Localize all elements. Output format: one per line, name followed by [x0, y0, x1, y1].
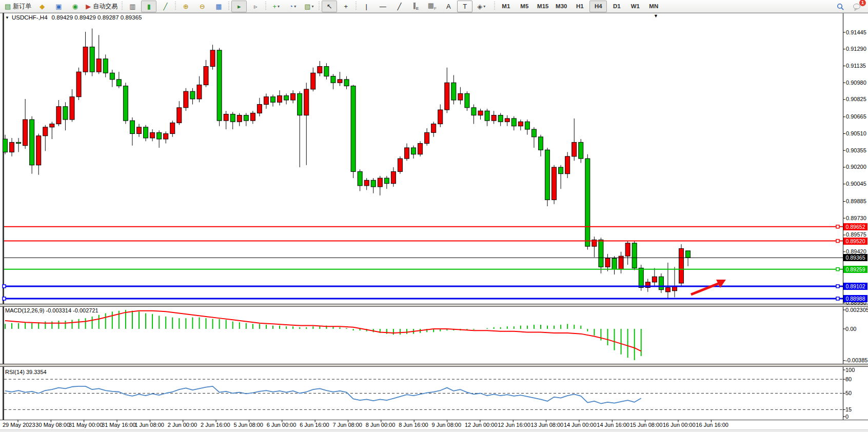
toolbar-separator — [122, 2, 123, 11]
time-axis-label: 29 May 2023 — [3, 422, 35, 428]
chart-shift-icon: ▹ — [254, 3, 258, 10]
timeframe-m1[interactable]: M1 — [497, 1, 515, 12]
price-tag-0.89520: 0.89520 — [843, 238, 867, 245]
search-icon[interactable] — [833, 1, 848, 13]
auto-scroll-button[interactable]: ▸ — [231, 1, 247, 12]
new-order-icon: ▤ — [5, 3, 11, 10]
signals-icon: ◉ — [72, 3, 78, 10]
time-axis-label: 14 Jun 00:00 — [564, 422, 597, 428]
symbol-period-label: USDCHF-,H4 — [12, 14, 48, 21]
price-axis-label: 0.90355 — [846, 147, 866, 153]
time-axis-label: 6 Jun 00:00 — [267, 422, 297, 428]
line-chart-icon: ╱ — [163, 3, 167, 10]
toolbar-groups: ▤新订单◆▣◉▶自动交易▥▮╱⊕⊖▦▸▹+▾◔▾▧▾↖+|—╱∥E▦FAT◈▾ — [2, 1, 489, 12]
object-marker-icon[interactable]: ▼ — [654, 13, 658, 18]
price-axis-label: 0.89885 — [846, 198, 866, 204]
timeframe-d1[interactable]: D1 — [608, 1, 625, 12]
signals-button[interactable]: ◉ — [67, 1, 83, 12]
vertical-line-button[interactable]: | — [359, 1, 374, 12]
timeframe-m15[interactable]: M15 — [534, 1, 551, 12]
timeframe-mn[interactable]: MN — [645, 1, 662, 12]
macd-axis-label: -0.003855 — [845, 357, 868, 363]
toolbar-separator — [228, 2, 229, 11]
chart-left-border — [3, 13, 4, 420]
templates-button[interactable]: ▧▾ — [301, 1, 317, 12]
timeframe-toolbar: M1M5M15M30H1H4D1W1MN — [492, 1, 663, 12]
rsi-label: RSI(14) 39.3354 — [5, 369, 47, 375]
toolbar: ▤新订单◆▣◉▶自动交易▥▮╱⊕⊖▦▸▹+▾◔▾▧▾↖+|—╱∥E▦FAT◈▾ … — [0, 0, 868, 13]
text-button[interactable]: A — [441, 1, 456, 12]
crosshair-icon: + — [344, 3, 348, 10]
templates-icon: ▧ — [304, 3, 310, 10]
time-axis-label: 1 Jun 08:00 — [134, 422, 164, 428]
price-tag-0.89365: 0.89365 — [843, 254, 867, 261]
timeframe-h4[interactable]: H4 — [589, 1, 607, 12]
zoom-out-button[interactable]: ⊖ — [194, 1, 210, 12]
time-axis-label: 30 May 08:00 — [35, 422, 70, 428]
indicators-button[interactable]: +▾ — [268, 1, 284, 12]
periods-button[interactable]: ◔▾ — [285, 1, 300, 12]
macd-axis-label: 0.002305 — [845, 307, 868, 313]
text-label-button[interactable]: T — [457, 1, 472, 12]
autotrading-icon: ▶ — [86, 3, 91, 10]
chart-window — [0, 13, 868, 429]
chat-icon[interactable]: 1 — [849, 1, 864, 13]
zoom-out-icon: ⊖ — [200, 3, 205, 10]
macd-panel-splitter[interactable] — [0, 304, 868, 307]
time-axis-label: 12 Jun 00:00 — [465, 422, 498, 428]
line-chart-button[interactable]: ╱ — [157, 1, 173, 12]
rsi-axis-label: 15 — [845, 406, 852, 413]
price-axis-label: 0.91445 — [846, 29, 866, 35]
mt4-window: ▤新订单◆▣◉▶自动交易▥▮╱⊕⊖▦▸▹+▾◔▾▧▾↖+|—╱∥E▦FAT◈▾ … — [0, 0, 868, 432]
toolbar-separator — [356, 2, 357, 11]
time-axis-label: 14 Jun 16:00 — [597, 422, 629, 428]
timeframe-m30[interactable]: M30 — [553, 1, 570, 12]
community-button[interactable]: ▣ — [51, 1, 66, 12]
text-icon: A — [446, 3, 451, 10]
zoom-in-button[interactable]: ⊕ — [178, 1, 193, 12]
timeframe-w1[interactable]: W1 — [626, 1, 644, 12]
time-axis-label: 12 Jun 16:00 — [498, 422, 530, 428]
price-tag-0.89259: 0.89259 — [843, 266, 867, 273]
status-strip — [0, 429, 868, 432]
time-axis-label: 9 Jun 08:00 — [432, 422, 462, 428]
cursor-button[interactable]: ↖ — [322, 1, 337, 12]
arrows-button[interactable]: ◈▾ — [474, 1, 489, 12]
price-axis-line — [843, 13, 843, 420]
new-order-button[interactable]: ▤新订单 — [3, 1, 33, 12]
rsi-panel-splitter[interactable] — [0, 364, 868, 367]
price-axis-label: 0.90200 — [846, 164, 866, 170]
price-axis-label: 0.91135 — [846, 63, 866, 69]
autotrading-button[interactable]: ▶自动交易 — [84, 1, 120, 12]
toolbar-separator — [175, 2, 176, 11]
horizontal-line-button[interactable]: — — [375, 1, 390, 12]
time-axis-label: 31 May 16:00 — [102, 422, 136, 428]
time-axis-label: 16 Jun 00:00 — [663, 422, 696, 428]
chat-badge: 1 — [859, 0, 866, 6]
equidistant-channel-button[interactable]: ∥E — [408, 1, 423, 12]
price-tag-0.88988: 0.88988 — [843, 295, 867, 302]
rsi-axis-label: 100 — [845, 367, 855, 373]
ohlc-values: 0.89429 0.89429 0.89287 0.89365 — [52, 14, 142, 21]
time-axis-label: 5 Jun 08:00 — [233, 422, 263, 428]
candlestick-chart-button[interactable]: ▮ — [141, 1, 156, 12]
chart-title: ▼ USDCHF-,H4 0.89429 0.89429 0.89287 0.8… — [5, 14, 142, 21]
trendline-button[interactable]: ╱ — [391, 1, 407, 12]
rsi-axis-label: 0 — [845, 414, 849, 420]
bar-chart-icon: ▥ — [129, 3, 135, 10]
fibonacci-button[interactable]: ▦F — [424, 1, 440, 12]
bar-chart-button[interactable]: ▥ — [125, 1, 140, 12]
indicators-icon: + — [272, 3, 277, 10]
profile-button[interactable]: ◆ — [34, 1, 50, 12]
chart-shift-button[interactable]: ▹ — [248, 1, 263, 12]
vertical-line-icon: | — [366, 3, 367, 10]
timeframe-h1[interactable]: H1 — [571, 1, 588, 12]
collapse-icon[interactable]: ▼ — [5, 15, 9, 20]
crosshair-button[interactable]: + — [338, 1, 353, 12]
community-icon: ▣ — [55, 3, 62, 10]
tile-windows-button[interactable]: ▦ — [211, 1, 226, 12]
timeframe-m5[interactable]: M5 — [516, 1, 533, 12]
price-axis-label: 0.90980 — [846, 80, 866, 86]
macd-label: MACD(12,26,9) -0.003314 -0.002721 — [5, 307, 98, 313]
price-axis-label: 0.90045 — [846, 181, 866, 187]
